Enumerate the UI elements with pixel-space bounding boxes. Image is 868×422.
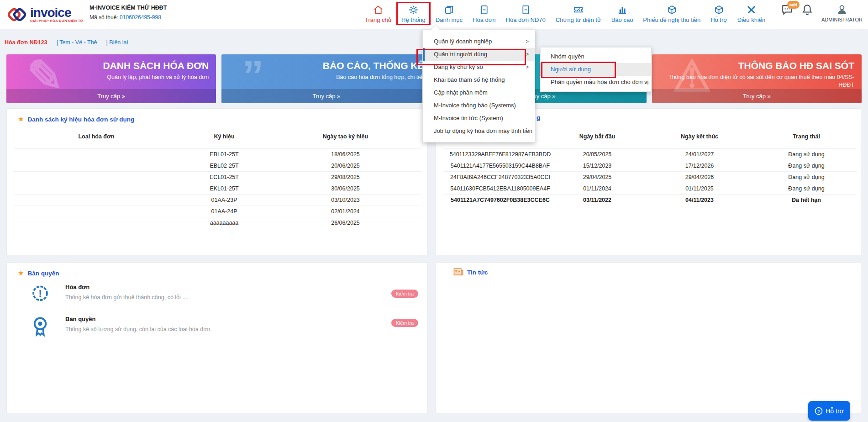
submenu-arrow-icon: > (526, 61, 529, 74)
question-circle-icon: ? (815, 407, 823, 415)
certs-col-header: Trạng thái (756, 125, 857, 148)
medal-icon (31, 316, 50, 338)
license-panel-title: Bản quyền (27, 270, 59, 277)
copy-icon (444, 5, 454, 15)
newspaper-icon (453, 268, 463, 276)
system-dropdown-menu: Quản lý doanh nghiệp>Quản trị người dùng… (422, 29, 535, 142)
certs-table-row: 5401123329ABFF76F812987AFB3BDD20/05/2025… (443, 148, 857, 160)
symbols-table-row: EKL01-25T30/06/2025 (14, 183, 421, 194)
symbol-link[interactable]: EKL01-25T (179, 183, 270, 194)
nav-item-10[interactable]: Điều khiển (732, 2, 770, 25)
cube-icon (714, 5, 724, 15)
submenu-item-2[interactable]: Người sử dụng (541, 63, 651, 76)
notifications-chat[interactable]: Mới (781, 4, 793, 16)
svg-text:?: ? (817, 408, 820, 413)
company-info: M-INVOICE KIỂM THỬ HĐĐT Mã số thuế: 0106… (89, 5, 167, 21)
doc-icon (521, 5, 531, 15)
user-icon (836, 4, 848, 16)
symbol-link[interactable]: 01AA-23P (179, 194, 270, 206)
banner-card-4[interactable]: ⚠THÔNG BÁO HĐ SAI SÓTThông báo hóa đơn đ… (652, 54, 862, 103)
tax-code: 0106026495-998 (120, 14, 161, 21)
seal-icon: ! (31, 284, 50, 306)
symbol-link[interactable]: EBL01-25T (179, 148, 270, 160)
subnav-item-2[interactable]: | Tem - Vé - Thẻ (57, 39, 97, 46)
nav-item-5[interactable]: Hóa đơn NĐ70 (501, 2, 551, 25)
menu-item-7[interactable]: M-Invoice tin tức (System) (423, 112, 535, 125)
support-label: Hỗ trợ (826, 407, 844, 415)
notifications-bell[interactable] (801, 4, 813, 16)
license-item-2: Bản quyềnThống kê số lượng sử dụng, còn … (27, 316, 212, 332)
symbols-table-row: ECL01-25T29/08/2025 (14, 171, 421, 183)
nav-item-9[interactable]: Hỗ trợ (705, 2, 732, 25)
banner-card-1[interactable]: ✎DANH SÁCH HÓA ĐƠNQuản lý lập, phát hành… (6, 54, 216, 103)
nav-item-7[interactable]: Báo cáo (606, 2, 638, 25)
menu-item-4[interactable]: Khai báo tham số hệ thống (423, 74, 535, 86)
cube-icon (667, 5, 677, 15)
ticket-icon (573, 5, 584, 15)
star-icon: ★ (18, 115, 24, 123)
company-tax: Mã số thuế: 0106026495-998 (89, 14, 167, 21)
symbols-panel-title: Danh sách ký hiệu hóa đơn sử dụng (27, 116, 134, 123)
banner-card-2[interactable]: ”BÁO CÁO, THỐNG KÊBáo cáo hóa đơn tổng h… (221, 54, 431, 103)
chart-icon (617, 5, 627, 15)
nav-item-1[interactable]: Trang chủ (360, 2, 396, 25)
symbols-table-row: 01AA-24P02/01/2024 (14, 206, 421, 217)
banner-cta-4[interactable]: Truy cập » (652, 89, 862, 103)
bell-icon (801, 4, 813, 16)
submenu-item-1[interactable]: Nhóm quyền (541, 50, 651, 63)
symbols-col-header: Ký hiệu (179, 125, 270, 148)
certs-table-row: 5401121A7C7497602F0B38E3CCE6C03/11/20220… (443, 194, 857, 206)
new-badge: Mới (787, 1, 800, 9)
symbols-table-row: EBL01-25T18/06/2025 (14, 148, 421, 160)
star-icon: ★ (18, 269, 24, 277)
nav-item-8[interactable]: Phiếu đề nghị thu tiền (638, 2, 705, 25)
submenu-arrow-icon: > (526, 35, 529, 48)
news-panel: Tin tức (435, 262, 861, 413)
submenu-arrow-icon: > (526, 48, 529, 61)
menu-item-6[interactable]: M-Invoice thông báo (Systems) (423, 99, 535, 112)
check-badge-1[interactable]: Kiểm tra (391, 290, 418, 298)
symbol-link[interactable]: aaaaaaaaa (179, 217, 270, 228)
banner-cta-1[interactable]: Truy cập » (6, 89, 216, 103)
nav-item-4[interactable]: Hóa đơn (468, 2, 500, 25)
news-panel-title: Tin tức (467, 269, 488, 276)
menu-item-1[interactable]: Quản lý doanh nghiệp> (423, 35, 535, 48)
certs-table-row: 54011630FCB5412EBA11805009EA4F01/11/2024… (443, 183, 857, 194)
subnav-item-1[interactable]: Hóa đơn NĐ123 (5, 39, 47, 46)
symbol-link[interactable]: 01AA-24P (179, 206, 270, 217)
main-nav: Trang chủHệ thốngDanh mụcHóa đơnHóa đơn … (360, 2, 770, 25)
symbol-link[interactable]: EBL02-25T (179, 160, 270, 171)
brand-name: invoice (30, 7, 83, 19)
subnav-item-3[interactable]: | Biên lai (106, 39, 128, 46)
home-icon (373, 5, 384, 15)
submenu-item-3[interactable]: Phân quyền mẫu hóa đơn cho đơn vị (541, 76, 651, 89)
certs-panel-title-fragment: g (537, 114, 540, 121)
symbols-table-row: EBL02-25T20/06/2025 (14, 160, 421, 171)
user-name: ADMINISTRATOR (821, 17, 863, 22)
certs-table-row: 24F8A89A246CCF24877032335A0CCI29/04/2025… (443, 171, 857, 183)
certs-table-row: 5401121A4177E565503159C44B8BAF15/12/2023… (443, 160, 857, 171)
svg-text:!: ! (38, 287, 42, 299)
header-bar: invoice GIẢI PHÁP HÓA ĐƠN ĐIỆN TỬ M-INVO… (0, 0, 868, 29)
certs-col-header: Ngày kết thúc (643, 125, 756, 148)
menu-item-8[interactable]: Job tự động ký hóa đơn máy tính tiền (423, 125, 535, 137)
user-cluster: Mới ADMINISTRATOR (773, 4, 863, 22)
nav-item-6[interactable]: Chứng từ điện tử (551, 2, 606, 25)
symbol-link[interactable]: ECL01-25T (179, 171, 270, 183)
check-badge-2[interactable]: Kiểm tra (391, 319, 418, 327)
tools-icon (746, 5, 757, 15)
symbols-table: Loại hóa đơnKý hiệuNgày tạo ký hiệuEBL01… (14, 125, 421, 228)
app-logo[interactable]: invoice GIẢI PHÁP HÓA ĐƠN ĐIỆN TỬ (6, 4, 83, 25)
banner-cta-2[interactable]: Truy cập » (221, 89, 431, 103)
nav-item-2[interactable]: Hệ thống (396, 2, 431, 25)
menu-item-5[interactable]: Cập nhật phần mềm (423, 86, 535, 99)
nav-item-3[interactable]: Danh mục (431, 2, 468, 25)
menu-item-3[interactable]: Đăng ký chữ ký số> (423, 61, 535, 74)
menu-item-2[interactable]: Quản trị người dùng> (423, 48, 535, 61)
brand-tagline: GIẢI PHÁP HÓA ĐƠN ĐIỆN TỬ (30, 19, 83, 23)
logo-knot-icon (6, 4, 27, 25)
company-name: M-INVOICE KIỂM THỬ HĐĐT (89, 5, 167, 11)
support-button[interactable]: ? Hỗ trợ (808, 401, 850, 421)
user-menu[interactable]: ADMINISTRATOR (821, 4, 863, 22)
license-panel: ★ Bản quyền !Hóa đơnThống kê hóa đơn gửi… (6, 262, 428, 413)
